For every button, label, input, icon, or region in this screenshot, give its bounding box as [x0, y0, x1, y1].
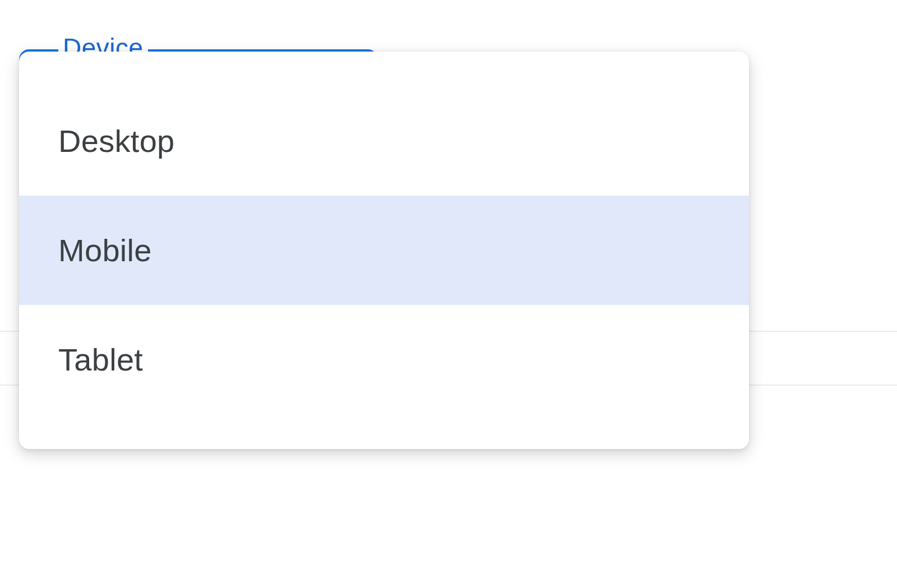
dropdown-option-tablet[interactable]: Tablet: [19, 305, 749, 414]
dropdown-option-mobile[interactable]: Mobile: [19, 196, 749, 305]
dropdown-option-label: Mobile: [58, 232, 152, 268]
dropdown-option-desktop[interactable]: Desktop: [19, 86, 749, 196]
dropdown-option-label: Desktop: [58, 123, 175, 159]
dropdown-option-label: Tablet: [58, 341, 143, 378]
device-dropdown-panel: Desktop Mobile Tablet: [19, 52, 749, 449]
